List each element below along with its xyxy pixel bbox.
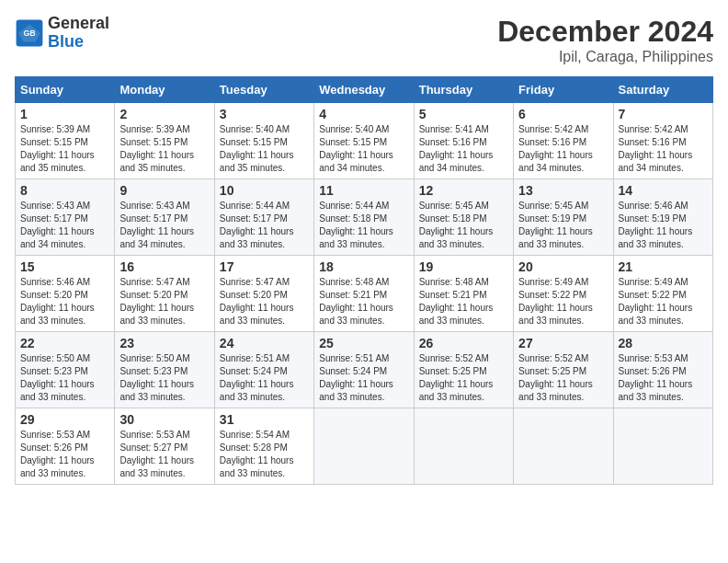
day-info: Sunrise: 5:43 AM Sunset: 5:17 PM Dayligh…	[119, 200, 209, 251]
logo-blue: Blue	[48, 33, 109, 52]
calendar-week-row: 22Sunrise: 5:50 AM Sunset: 5:23 PM Dayli…	[16, 332, 713, 408]
weekday-header: Wednesday	[314, 77, 414, 103]
logo: GB General Blue	[15, 15, 109, 52]
day-number: 1	[20, 107, 109, 121]
weekday-header: Saturday	[613, 77, 712, 103]
day-number: 26	[419, 336, 508, 350]
calendar-cell: 15Sunrise: 5:46 AM Sunset: 5:20 PM Dayli…	[16, 256, 115, 332]
day-info: Sunrise: 5:53 AM Sunset: 5:27 PM Dayligh…	[119, 429, 209, 480]
day-number: 24	[220, 336, 309, 350]
calendar-cell: 29Sunrise: 5:53 AM Sunset: 5:26 PM Dayli…	[16, 408, 115, 485]
day-info: Sunrise: 5:39 AM Sunset: 5:15 PM Dayligh…	[20, 123, 109, 175]
weekday-header: Thursday	[414, 77, 513, 103]
calendar-cell	[414, 408, 513, 485]
svg-text:GB: GB	[23, 29, 35, 38]
page-title: December 2024	[497, 15, 713, 49]
weekday-header: Tuesday	[214, 77, 313, 103]
day-number: 19	[419, 259, 508, 274]
calendar-cell: 13Sunrise: 5:45 AM Sunset: 5:19 PM Dayli…	[514, 179, 613, 256]
calendar-cell: 7Sunrise: 5:42 AM Sunset: 5:16 PM Daylig…	[613, 103, 712, 179]
title-block: December 2024 Ipil, Caraga, Philippines	[497, 15, 713, 65]
day-number: 8	[20, 183, 109, 198]
day-info: Sunrise: 5:41 AM Sunset: 5:16 PM Dayligh…	[419, 123, 508, 175]
day-info: Sunrise: 5:44 AM Sunset: 5:17 PM Dayligh…	[220, 200, 309, 251]
day-number: 10	[220, 183, 309, 198]
day-info: Sunrise: 5:48 AM Sunset: 5:21 PM Dayligh…	[419, 276, 508, 327]
calendar-cell: 8Sunrise: 5:43 AM Sunset: 5:17 PM Daylig…	[16, 179, 115, 256]
day-number: 23	[119, 336, 209, 350]
calendar-cell	[314, 408, 414, 485]
calendar-cell: 21Sunrise: 5:49 AM Sunset: 5:22 PM Dayli…	[613, 256, 712, 332]
calendar-cell: 30Sunrise: 5:53 AM Sunset: 5:27 PM Dayli…	[115, 408, 214, 485]
logo-icon: GB	[15, 18, 44, 48]
day-info: Sunrise: 5:46 AM Sunset: 5:20 PM Dayligh…	[20, 276, 109, 327]
day-info: Sunrise: 5:45 AM Sunset: 5:19 PM Dayligh…	[518, 200, 608, 251]
calendar-cell: 5Sunrise: 5:41 AM Sunset: 5:16 PM Daylig…	[414, 103, 513, 179]
calendar-cell: 28Sunrise: 5:53 AM Sunset: 5:26 PM Dayli…	[613, 332, 712, 408]
calendar-cell: 1Sunrise: 5:39 AM Sunset: 5:15 PM Daylig…	[16, 103, 115, 179]
day-number: 18	[319, 259, 408, 274]
day-number: 30	[119, 412, 209, 427]
calendar-week-row: 15Sunrise: 5:46 AM Sunset: 5:20 PM Dayli…	[16, 256, 713, 332]
calendar-cell: 31Sunrise: 5:54 AM Sunset: 5:28 PM Dayli…	[214, 408, 313, 485]
calendar-cell: 22Sunrise: 5:50 AM Sunset: 5:23 PM Dayli…	[16, 332, 115, 408]
day-number: 7	[619, 107, 708, 121]
day-number: 15	[20, 259, 109, 274]
day-info: Sunrise: 5:52 AM Sunset: 5:25 PM Dayligh…	[419, 352, 508, 404]
calendar-cell: 26Sunrise: 5:52 AM Sunset: 5:25 PM Dayli…	[414, 332, 513, 408]
day-info: Sunrise: 5:49 AM Sunset: 5:22 PM Dayligh…	[518, 276, 608, 327]
logo-general: General	[48, 15, 109, 33]
day-info: Sunrise: 5:40 AM Sunset: 5:15 PM Dayligh…	[220, 123, 309, 175]
calendar-cell: 4Sunrise: 5:40 AM Sunset: 5:15 PM Daylig…	[314, 103, 414, 179]
day-number: 17	[220, 259, 309, 274]
weekday-header: Sunday	[16, 77, 115, 103]
logo-text: General Blue	[48, 15, 109, 52]
calendar-week-row: 29Sunrise: 5:53 AM Sunset: 5:26 PM Dayli…	[16, 408, 713, 485]
day-number: 14	[619, 183, 708, 198]
calendar-cell: 19Sunrise: 5:48 AM Sunset: 5:21 PM Dayli…	[414, 256, 513, 332]
calendar-week-row: 1Sunrise: 5:39 AM Sunset: 5:15 PM Daylig…	[16, 103, 713, 179]
day-number: 16	[119, 259, 209, 274]
day-info: Sunrise: 5:48 AM Sunset: 5:21 PM Dayligh…	[319, 276, 408, 327]
day-number: 21	[619, 259, 708, 274]
page-header: GB General Blue December 2024 Ipil, Cara…	[15, 15, 713, 65]
day-info: Sunrise: 5:42 AM Sunset: 5:16 PM Dayligh…	[518, 123, 608, 175]
day-number: 29	[20, 412, 109, 427]
day-number: 22	[20, 336, 109, 350]
day-number: 2	[119, 107, 209, 121]
day-info: Sunrise: 5:40 AM Sunset: 5:15 PM Dayligh…	[319, 123, 408, 175]
day-number: 27	[518, 336, 608, 350]
calendar-cell: 18Sunrise: 5:48 AM Sunset: 5:21 PM Dayli…	[314, 256, 414, 332]
calendar-cell: 24Sunrise: 5:51 AM Sunset: 5:24 PM Dayli…	[214, 332, 313, 408]
day-number: 3	[220, 107, 309, 121]
calendar-header: SundayMondayTuesdayWednesdayThursdayFrid…	[16, 77, 713, 103]
day-number: 12	[419, 183, 508, 198]
day-number: 13	[518, 183, 608, 198]
day-info: Sunrise: 5:52 AM Sunset: 5:25 PM Dayligh…	[518, 352, 608, 404]
calendar-cell: 23Sunrise: 5:50 AM Sunset: 5:23 PM Dayli…	[115, 332, 214, 408]
day-info: Sunrise: 5:51 AM Sunset: 5:24 PM Dayligh…	[319, 352, 408, 404]
weekday-header: Friday	[514, 77, 613, 103]
day-info: Sunrise: 5:45 AM Sunset: 5:18 PM Dayligh…	[419, 200, 508, 251]
day-info: Sunrise: 5:50 AM Sunset: 5:23 PM Dayligh…	[119, 352, 209, 404]
day-info: Sunrise: 5:42 AM Sunset: 5:16 PM Dayligh…	[619, 123, 708, 175]
calendar-body: 1Sunrise: 5:39 AM Sunset: 5:15 PM Daylig…	[16, 103, 713, 485]
calendar-cell: 27Sunrise: 5:52 AM Sunset: 5:25 PM Dayli…	[514, 332, 613, 408]
day-number: 31	[220, 412, 309, 427]
day-info: Sunrise: 5:49 AM Sunset: 5:22 PM Dayligh…	[619, 276, 708, 327]
day-number: 11	[319, 183, 408, 198]
calendar-table: SundayMondayTuesdayWednesdayThursdayFrid…	[15, 76, 713, 485]
day-info: Sunrise: 5:50 AM Sunset: 5:23 PM Dayligh…	[20, 352, 109, 404]
day-info: Sunrise: 5:51 AM Sunset: 5:24 PM Dayligh…	[220, 352, 309, 404]
day-info: Sunrise: 5:53 AM Sunset: 5:26 PM Dayligh…	[20, 429, 109, 480]
calendar-cell: 16Sunrise: 5:47 AM Sunset: 5:20 PM Dayli…	[115, 256, 214, 332]
day-info: Sunrise: 5:47 AM Sunset: 5:20 PM Dayligh…	[119, 276, 209, 327]
calendar-cell: 12Sunrise: 5:45 AM Sunset: 5:18 PM Dayli…	[414, 179, 513, 256]
calendar-cell: 17Sunrise: 5:47 AM Sunset: 5:20 PM Dayli…	[214, 256, 313, 332]
day-number: 20	[518, 259, 608, 274]
weekday-header: Monday	[115, 77, 214, 103]
day-info: Sunrise: 5:39 AM Sunset: 5:15 PM Dayligh…	[119, 123, 209, 175]
calendar-week-row: 8Sunrise: 5:43 AM Sunset: 5:17 PM Daylig…	[16, 179, 713, 256]
calendar-cell: 11Sunrise: 5:44 AM Sunset: 5:18 PM Dayli…	[314, 179, 414, 256]
day-info: Sunrise: 5:47 AM Sunset: 5:20 PM Dayligh…	[220, 276, 309, 327]
